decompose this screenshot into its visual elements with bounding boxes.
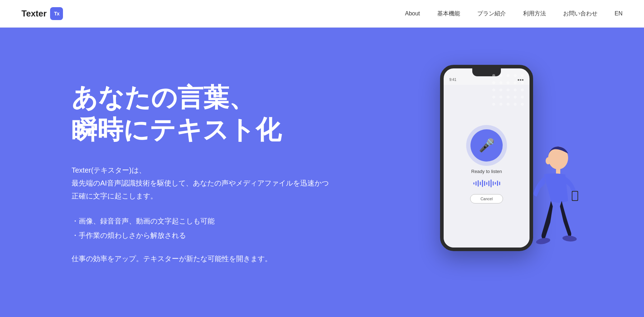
hero-closing: 仕事の効率をアップ。テキスターが新たな可能性を開きます。 bbox=[72, 254, 340, 264]
svg-point-9 bbox=[507, 74, 509, 77]
hero-bullets: ・画像、録音音声、動画の文字起こしも可能 ・手作業の煩わしさから解放される bbox=[72, 214, 340, 242]
nav-about[interactable]: About bbox=[405, 10, 420, 17]
hero-content: あなたの言葉、 瞬時にテキスト化 Texter(テキスター)は、 最先端のAI音… bbox=[72, 81, 340, 264]
mic-icon: 🎤 bbox=[479, 138, 495, 153]
svg-point-8 bbox=[499, 74, 502, 77]
svg-point-11 bbox=[521, 74, 524, 77]
hero-bullet-2: ・手作業の煩わしさから解放される bbox=[72, 228, 340, 242]
svg-point-12 bbox=[492, 81, 495, 84]
brand[interactable]: Texter Tx bbox=[21, 7, 63, 20]
svg-point-18 bbox=[499, 88, 502, 91]
svg-point-21 bbox=[521, 88, 524, 91]
navbar: Texter Tx About 基本機能 プラン紹介 利用方法 お問い合わせ E… bbox=[0, 0, 644, 28]
nav-usage[interactable]: 利用方法 bbox=[523, 10, 546, 18]
nav-features[interactable]: 基本機能 bbox=[437, 10, 460, 18]
svg-point-29 bbox=[507, 103, 509, 106]
brand-logo: Tx bbox=[50, 7, 63, 20]
svg-point-15 bbox=[514, 81, 517, 84]
svg-point-17 bbox=[492, 88, 495, 91]
svg-point-24 bbox=[507, 96, 509, 99]
phone-listen-text: Ready to listen bbox=[471, 169, 502, 174]
svg-point-25 bbox=[514, 96, 517, 99]
svg-point-13 bbox=[499, 81, 502, 84]
nav-plans[interactable]: プラン紹介 bbox=[477, 10, 506, 18]
mic-circle: 🎤 bbox=[470, 129, 503, 162]
svg-point-4 bbox=[536, 237, 551, 245]
nav-contact[interactable]: お問い合わせ bbox=[563, 10, 597, 18]
svg-rect-3 bbox=[572, 192, 577, 200]
svg-point-16 bbox=[521, 81, 524, 84]
svg-point-31 bbox=[521, 103, 524, 106]
nav-lang[interactable]: EN bbox=[615, 10, 623, 17]
svg-point-26 bbox=[521, 96, 524, 99]
svg-point-28 bbox=[499, 103, 502, 106]
svg-point-19 bbox=[507, 88, 509, 91]
svg-rect-1 bbox=[556, 168, 560, 174]
hero-bullet-1: ・画像、録音音声、動画の文字起こしも可能 bbox=[72, 214, 340, 228]
hero-title: あなたの言葉、 瞬時にテキスト化 bbox=[72, 81, 340, 146]
svg-point-22 bbox=[492, 96, 495, 99]
svg-point-23 bbox=[499, 96, 502, 99]
hero-illustration: 9:41 ●●● 🎤 Ready to listen bbox=[429, 65, 580, 280]
phone-screen-content: 🎤 Ready to listen bbox=[444, 85, 530, 248]
brand-name: Texter bbox=[21, 9, 47, 19]
dots-decoration bbox=[490, 72, 526, 108]
svg-point-14 bbox=[507, 81, 509, 84]
waveform bbox=[473, 179, 500, 188]
svg-point-27 bbox=[492, 103, 495, 106]
svg-point-7 bbox=[492, 74, 495, 77]
svg-point-5 bbox=[562, 235, 577, 242]
hero-section: あなたの言葉、 瞬時にテキスト化 Texter(テキスター)は、 最先端のAI音… bbox=[0, 28, 644, 317]
phone-cancel-btn[interactable]: Cancel bbox=[470, 194, 503, 203]
hero-description: Texter(テキスター)は、 最先端のAI音声認識技術を駆使して、あなたの声や… bbox=[72, 164, 340, 202]
svg-point-30 bbox=[514, 103, 517, 106]
svg-point-20 bbox=[514, 88, 517, 91]
svg-point-6 bbox=[546, 157, 551, 164]
person-illustration bbox=[519, 136, 583, 280]
navbar-nav: About 基本機能 プラン紹介 利用方法 お問い合わせ EN bbox=[405, 10, 623, 18]
svg-point-10 bbox=[514, 74, 517, 77]
